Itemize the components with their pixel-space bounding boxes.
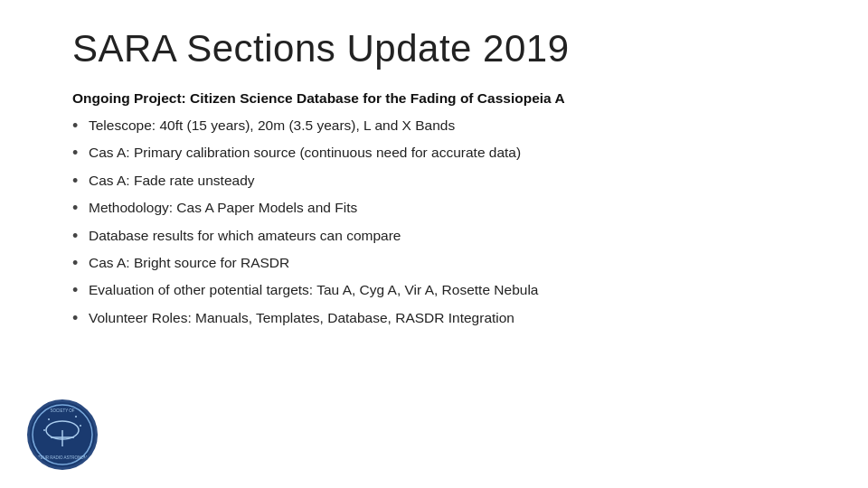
bullet-dot: • [72,171,89,192]
bullet-text: Cas A: Fade rate unsteady [89,171,796,191]
svg-text:SOCIETY OF: SOCIETY OF [50,408,74,413]
project-heading: Ongoing Project: Citizen Science Databas… [72,90,796,107]
list-item: •Methodology: Cas A Paper Models and Fit… [72,198,796,219]
slide-title: SARA Sections Update 2019 [72,27,796,70]
bullet-text: Database results for which amateurs can … [89,226,796,246]
svg-point-5 [75,416,77,418]
logo: AMATEUR RADIO ASTRONOMERS SOCIETY OF [27,399,99,472]
slide: SARA Sections Update 2019 Ongoing Projec… [0,0,868,488]
list-item: •Telescope: 40ft (15 years), 20m (3.5 ye… [72,116,796,136]
bullet-text: Methodology: Cas A Paper Models and Fits [89,198,796,218]
list-item: •Cas A: Primary calibration source (cont… [72,143,796,164]
bullet-text: Volunteer Roles: Manuals, Templates, Dat… [89,308,796,328]
bullet-dot: • [72,226,89,247]
bullet-list: •Telescope: 40ft (15 years), 20m (3.5 ye… [72,116,796,329]
bullet-text: Telescope: 40ft (15 years), 20m (3.5 yea… [89,116,796,136]
list-item: •Evaluation of other potential targets: … [72,280,796,301]
bullet-dot: • [72,116,89,136]
list-item: •Database results for which amateurs can… [72,226,796,247]
logo-svg: AMATEUR RADIO ASTRONOMERS SOCIETY OF [31,403,94,466]
bullet-dot: • [72,308,89,329]
bullet-dot: • [72,198,89,219]
bullet-dot: • [72,280,89,301]
list-item: •Cas A: Bright source for RASDR [72,253,796,274]
bullet-dot: • [72,143,89,164]
list-item: •Volunteer Roles: Manuals, Templates, Da… [72,308,796,329]
bullet-dot: • [72,253,89,274]
svg-text:AMATEUR RADIO ASTRONOMERS: AMATEUR RADIO ASTRONOMERS [31,455,94,460]
bullet-text: Evaluation of other potential targets: T… [89,280,796,300]
svg-point-6 [80,425,81,427]
logo-circle: AMATEUR RADIO ASTRONOMERS SOCIETY OF [27,399,98,470]
svg-point-4 [48,418,50,420]
bullet-text: Cas A: Primary calibration source (conti… [89,143,796,163]
list-item: •Cas A: Fade rate unsteady [72,171,796,192]
svg-point-7 [43,429,45,431]
bullet-text: Cas A: Bright source for RASDR [89,253,796,273]
